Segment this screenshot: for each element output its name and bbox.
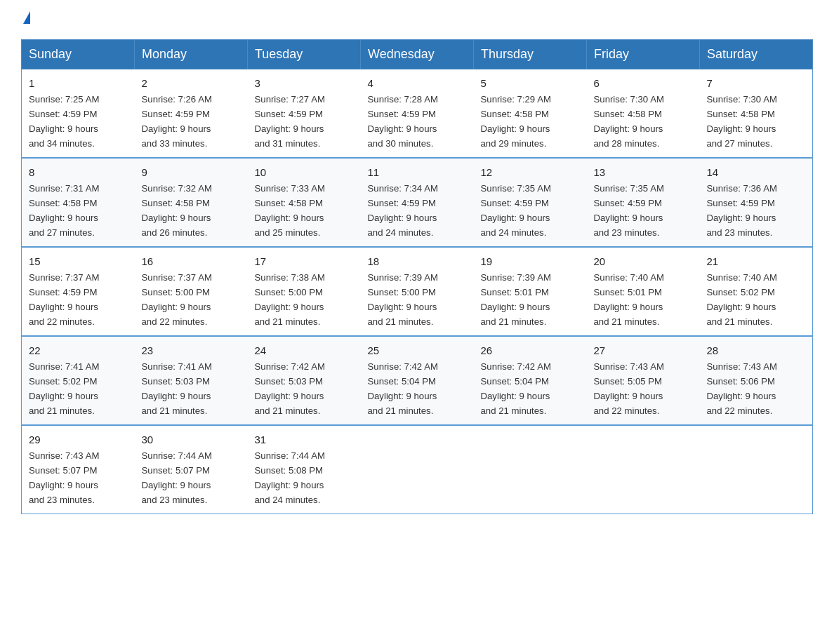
day-info: Sunrise: 7:37 AMSunset: 4:59 PMDaylight:… (29, 272, 99, 327)
calendar-table: SundayMondayTuesdayWednesdayThursdayFrid… (21, 39, 813, 514)
day-number: 27 (594, 342, 693, 358)
day-info: Sunrise: 7:38 AMSunset: 5:00 PMDaylight:… (255, 272, 325, 327)
header-thursday: Thursday (474, 40, 587, 69)
day-number: 4 (368, 75, 467, 91)
day-number: 6 (594, 75, 693, 91)
page-header (21, 14, 813, 27)
logo-triangle-icon (23, 11, 30, 24)
calendar-cell: 4 Sunrise: 7:28 AMSunset: 4:59 PMDayligh… (361, 69, 474, 158)
day-number: 9 (142, 164, 241, 180)
week-row-4: 22 Sunrise: 7:41 AMSunset: 5:02 PMDaylig… (22, 336, 813, 425)
header-sunday: Sunday (22, 40, 135, 69)
day-number: 18 (368, 253, 467, 269)
calendar-cell: 18 Sunrise: 7:39 AMSunset: 5:00 PMDaylig… (361, 247, 474, 336)
day-info: Sunrise: 7:27 AMSunset: 4:59 PMDaylight:… (255, 94, 325, 149)
week-row-2: 8 Sunrise: 7:31 AMSunset: 4:58 PMDayligh… (22, 158, 813, 247)
calendar-cell: 26 Sunrise: 7:42 AMSunset: 5:04 PMDaylig… (474, 336, 587, 425)
day-info: Sunrise: 7:41 AMSunset: 5:02 PMDaylight:… (29, 361, 99, 416)
day-info: Sunrise: 7:42 AMSunset: 5:03 PMDaylight:… (255, 361, 325, 416)
calendar-cell: 21 Sunrise: 7:40 AMSunset: 5:02 PMDaylig… (700, 247, 813, 336)
calendar-cell: 6 Sunrise: 7:30 AMSunset: 4:58 PMDayligh… (587, 69, 700, 158)
day-number: 16 (142, 253, 241, 269)
day-number: 14 (707, 164, 806, 180)
day-number: 5 (481, 75, 580, 91)
day-info: Sunrise: 7:42 AMSunset: 5:04 PMDaylight:… (368, 361, 438, 416)
day-info: Sunrise: 7:28 AMSunset: 4:59 PMDaylight:… (368, 94, 438, 149)
day-info: Sunrise: 7:44 AMSunset: 5:08 PMDaylight:… (255, 450, 325, 505)
week-row-3: 15 Sunrise: 7:37 AMSunset: 4:59 PMDaylig… (22, 247, 813, 336)
day-info: Sunrise: 7:35 AMSunset: 4:59 PMDaylight:… (594, 183, 664, 238)
day-number: 25 (368, 342, 467, 358)
calendar-cell: 11 Sunrise: 7:34 AMSunset: 4:59 PMDaylig… (361, 158, 474, 247)
calendar-cell: 12 Sunrise: 7:35 AMSunset: 4:59 PMDaylig… (474, 158, 587, 247)
day-info: Sunrise: 7:35 AMSunset: 4:59 PMDaylight:… (481, 183, 551, 238)
calendar-cell: 10 Sunrise: 7:33 AMSunset: 4:58 PMDaylig… (248, 158, 361, 247)
day-info: Sunrise: 7:29 AMSunset: 4:58 PMDaylight:… (481, 94, 551, 149)
day-number: 23 (142, 342, 241, 358)
day-number: 11 (368, 164, 467, 180)
calendar-cell: 20 Sunrise: 7:40 AMSunset: 5:01 PMDaylig… (587, 247, 700, 336)
calendar-cell: 3 Sunrise: 7:27 AMSunset: 4:59 PMDayligh… (248, 69, 361, 158)
calendar-cell (700, 425, 813, 514)
day-number: 1 (29, 75, 128, 91)
day-number: 28 (707, 342, 806, 358)
calendar-cell: 15 Sunrise: 7:37 AMSunset: 4:59 PMDaylig… (22, 247, 135, 336)
calendar-cell: 5 Sunrise: 7:29 AMSunset: 4:58 PMDayligh… (474, 69, 587, 158)
calendar-cell: 23 Sunrise: 7:41 AMSunset: 5:03 PMDaylig… (135, 336, 248, 425)
day-info: Sunrise: 7:30 AMSunset: 4:58 PMDaylight:… (594, 94, 664, 149)
logo (21, 14, 30, 27)
calendar-cell: 16 Sunrise: 7:37 AMSunset: 5:00 PMDaylig… (135, 247, 248, 336)
day-info: Sunrise: 7:26 AMSunset: 4:59 PMDaylight:… (142, 94, 212, 149)
calendar-cell: 29 Sunrise: 7:43 AMSunset: 5:07 PMDaylig… (22, 425, 135, 514)
day-number: 29 (29, 431, 128, 448)
calendar-cell: 25 Sunrise: 7:42 AMSunset: 5:04 PMDaylig… (361, 336, 474, 425)
calendar-cell: 24 Sunrise: 7:42 AMSunset: 5:03 PMDaylig… (248, 336, 361, 425)
day-info: Sunrise: 7:32 AMSunset: 4:58 PMDaylight:… (142, 183, 212, 238)
calendar-cell: 8 Sunrise: 7:31 AMSunset: 4:58 PMDayligh… (22, 158, 135, 247)
calendar-cell: 9 Sunrise: 7:32 AMSunset: 4:58 PMDayligh… (135, 158, 248, 247)
calendar-cell: 17 Sunrise: 7:38 AMSunset: 5:00 PMDaylig… (248, 247, 361, 336)
calendar-cell: 22 Sunrise: 7:41 AMSunset: 5:02 PMDaylig… (22, 336, 135, 425)
day-info: Sunrise: 7:37 AMSunset: 5:00 PMDaylight:… (142, 272, 212, 327)
week-row-5: 29 Sunrise: 7:43 AMSunset: 5:07 PMDaylig… (22, 425, 813, 514)
header-row: SundayMondayTuesdayWednesdayThursdayFrid… (22, 40, 813, 69)
day-info: Sunrise: 7:33 AMSunset: 4:58 PMDaylight:… (255, 183, 325, 238)
calendar-cell: 7 Sunrise: 7:30 AMSunset: 4:58 PMDayligh… (700, 69, 813, 158)
day-info: Sunrise: 7:41 AMSunset: 5:03 PMDaylight:… (142, 361, 212, 416)
calendar-cell: 19 Sunrise: 7:39 AMSunset: 5:01 PMDaylig… (474, 247, 587, 336)
day-number: 13 (594, 164, 693, 180)
day-info: Sunrise: 7:36 AMSunset: 4:59 PMDaylight:… (707, 183, 777, 238)
day-number: 15 (29, 253, 128, 269)
day-info: Sunrise: 7:42 AMSunset: 5:04 PMDaylight:… (481, 361, 551, 416)
day-number: 26 (481, 342, 580, 358)
day-number: 3 (255, 75, 354, 91)
day-info: Sunrise: 7:39 AMSunset: 5:00 PMDaylight:… (368, 272, 438, 327)
day-number: 7 (707, 75, 806, 91)
day-info: Sunrise: 7:43 AMSunset: 5:06 PMDaylight:… (707, 361, 777, 416)
day-info: Sunrise: 7:31 AMSunset: 4:58 PMDaylight:… (29, 183, 99, 238)
day-info: Sunrise: 7:39 AMSunset: 5:01 PMDaylight:… (481, 272, 551, 327)
week-row-1: 1 Sunrise: 7:25 AMSunset: 4:59 PMDayligh… (22, 69, 813, 158)
day-info: Sunrise: 7:43 AMSunset: 5:07 PMDaylight:… (29, 450, 99, 505)
header-saturday: Saturday (700, 40, 813, 69)
day-info: Sunrise: 7:40 AMSunset: 5:01 PMDaylight:… (594, 272, 664, 327)
calendar-cell: 27 Sunrise: 7:43 AMSunset: 5:05 PMDaylig… (587, 336, 700, 425)
day-number: 24 (255, 342, 354, 358)
day-number: 17 (255, 253, 354, 269)
header-tuesday: Tuesday (248, 40, 361, 69)
day-number: 21 (707, 253, 806, 269)
calendar-cell (587, 425, 700, 514)
day-info: Sunrise: 7:25 AMSunset: 4:59 PMDaylight:… (29, 94, 99, 149)
day-number: 31 (255, 431, 354, 448)
header-friday: Friday (587, 40, 700, 69)
day-number: 2 (142, 75, 241, 91)
calendar-cell (474, 425, 587, 514)
calendar-cell: 13 Sunrise: 7:35 AMSunset: 4:59 PMDaylig… (587, 158, 700, 247)
day-number: 22 (29, 342, 128, 358)
calendar-cell: 2 Sunrise: 7:26 AMSunset: 4:59 PMDayligh… (135, 69, 248, 158)
day-number: 30 (142, 431, 241, 448)
day-number: 20 (594, 253, 693, 269)
day-info: Sunrise: 7:34 AMSunset: 4:59 PMDaylight:… (368, 183, 438, 238)
day-number: 19 (481, 253, 580, 269)
header-monday: Monday (135, 40, 248, 69)
